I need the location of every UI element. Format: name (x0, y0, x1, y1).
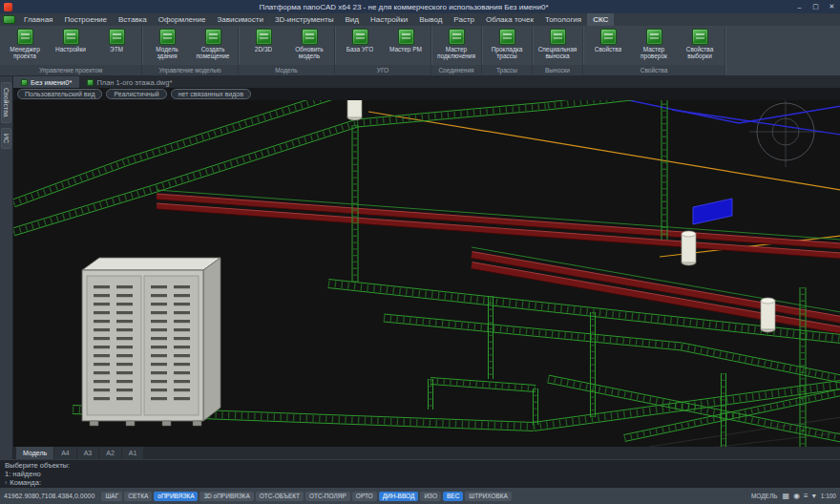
ribbon-tab[interactable]: Настройки (365, 13, 413, 26)
ribbon-button[interactable]: Обновить модель (286, 28, 332, 61)
ribbon-button[interactable]: Модель здания (144, 28, 190, 61)
ribbon-tab[interactable]: 3D-инструменты (269, 13, 340, 26)
notifications-icon[interactable]: ≡ (804, 493, 808, 500)
ribbon-tab[interactable]: Облака точек (480, 13, 539, 26)
view-pill-button[interactable]: нет связанных видов (171, 89, 251, 99)
command-prompt[interactable]: › Команда: (0, 478, 840, 487)
layout-tab[interactable]: А1 (122, 447, 144, 459)
ribbon-button-label: Мастер РМ (389, 46, 422, 52)
ribbon-button[interactable]: Свойства выборки (677, 28, 723, 61)
model-viewport[interactable] (13, 100, 840, 447)
orientation-icon[interactable]: ◉ (793, 493, 800, 500)
status-toggle[interactable]: 3D оПРИВЯЗКА (200, 492, 253, 501)
ribbon-button-label: Менеджер проекта (3, 46, 47, 60)
ribbon-button[interactable]: Мастер подключения (433, 28, 479, 61)
window-title: Платформа nanoCAD x64 23 - не для коммер… (16, 3, 791, 11)
layout-tab[interactable]: А3 (77, 447, 99, 459)
ribbon-tab[interactable]: Растр (448, 13, 480, 26)
ribbon-tab[interactable]: Вставка (113, 13, 153, 26)
ribbon-button-label: Создать помещение (191, 46, 235, 60)
command-prompt-text: Команда: (10, 478, 41, 487)
ribbon-button-label: Прокладка трассы (485, 46, 529, 60)
document-tab-label: План 1-ого этажа.dwg* (96, 78, 172, 87)
ribbon-button[interactable]: Свойства (585, 28, 631, 53)
ribbon-button[interactable]: 2D/3D (241, 28, 286, 53)
ribbon-button[interactable]: Менеджер проекта (2, 28, 48, 61)
view-pill-button[interactable]: Реалистичный (106, 89, 166, 99)
ribbon-group-label: Управление проектом (0, 65, 141, 75)
ribbon-tab[interactable]: Главная (18, 13, 58, 26)
ribbon-tab[interactable]: Построение (58, 13, 113, 26)
space-label[interactable]: МОДЕЛЬ (751, 493, 778, 499)
minimize-button[interactable]: – (791, 0, 808, 13)
ribbon-tab[interactable]: Вид (339, 13, 364, 26)
layout-tab[interactable]: Модель (16, 447, 53, 459)
ribbon-button[interactable]: Создать помещение (190, 28, 236, 61)
ribbon-button[interactable]: ЭТМ (94, 28, 139, 53)
viewport-canvas[interactable] (13, 100, 840, 447)
ribbon-button[interactable]: Специальная выноска (535, 28, 580, 61)
ribbon-group-label: Модель (239, 65, 334, 75)
status-toggle[interactable]: СЕТКА (124, 492, 152, 501)
ribbon-button-label: Мастер подключения (434, 46, 478, 60)
ribbon-button[interactable]: Прокладка трассы (484, 28, 530, 61)
ribbon-tab[interactable]: Зависимости (211, 13, 269, 26)
ribbon-button-label: Настройки (55, 46, 86, 52)
panel-tab-properties[interactable]: Свойства (1, 82, 11, 123)
ribbon-button-label: Мастер проверок (632, 46, 676, 60)
ribbon-button-label: Обновить модель (287, 46, 331, 60)
status-toggle[interactable]: ОТС-ПОЛЯР (305, 492, 350, 501)
status-toggle[interactable]: ШТРИХОВКА (465, 492, 512, 501)
document-tab-bar: Без имени0*План 1-ого этажа.dwg* (13, 76, 840, 88)
ribbon-button-icon (692, 29, 708, 45)
status-toggle[interactable]: ШАГ (101, 492, 122, 501)
annotation-scale[interactable]: 1:100 (821, 493, 836, 499)
layout-tab[interactable]: А4 (54, 447, 76, 459)
ribbon-button-icon (63, 29, 79, 45)
ribbon-button-icon (646, 29, 662, 45)
app-menu-icon[interactable] (3, 15, 15, 24)
ribbon-button-icon (256, 29, 272, 45)
ribbon-button[interactable]: Мастер проверок (631, 28, 677, 61)
ribbon-group: Менеджер проектаНастройкиЭТМУправление п… (0, 26, 142, 75)
status-toggle[interactable]: ДИН-ВВОД (379, 492, 419, 501)
status-bar: 41962.9080,7108.4384,0.0000 ШАГСЕТКАоПРИ… (0, 488, 840, 504)
ribbon-button-icon (600, 29, 617, 45)
view-control-bar: Пользовательский видРеалистичныйнет связ… (13, 88, 840, 100)
prompt-icon: › (5, 479, 7, 486)
ribbon-tab[interactable]: Оформление (153, 13, 212, 26)
ribbon-group-label: Выноски (533, 65, 582, 75)
status-toggle[interactable]: ОТС-ОБЪЕКТ (256, 492, 304, 501)
status-toggle[interactable]: ВЕС (443, 492, 463, 501)
ribbon-group: Специальная выноскаВыноски (533, 26, 583, 75)
dwg-file-icon (21, 79, 28, 86)
document-tab[interactable]: План 1-ого этажа.dwg* (79, 76, 179, 88)
menu-tabs: ГлавнаяПостроениеВставкаОформлениеЗависи… (18, 13, 614, 26)
ribbon-button[interactable]: Мастер РМ (383, 28, 429, 53)
ribbon-tab[interactable]: Топология (539, 13, 587, 26)
ribbon-button[interactable]: Настройки (48, 28, 94, 53)
status-toggle[interactable]: оПРИВЯЗКА (154, 492, 198, 501)
maximize-button[interactable]: ▢ (808, 0, 824, 13)
ribbon-button-icon (499, 29, 515, 45)
status-toggle[interactable]: ИЗО (420, 492, 441, 501)
document-tab[interactable]: Без имени0* (13, 76, 79, 88)
ribbon-tab[interactable]: СКС (587, 13, 614, 26)
ribbon-button-icon (398, 29, 414, 45)
ribbon-group: СвойстваМастер проверокСвойства выборкиС… (583, 26, 725, 75)
panel-tab-is[interactable]: ИС (1, 128, 11, 149)
close-button[interactable]: ✕ (824, 0, 840, 13)
dropdown-icon[interactable]: ▾ (812, 493, 816, 500)
workspace-icon[interactable]: ▦ (782, 493, 789, 500)
layout-tab[interactable]: А2 (99, 447, 121, 459)
ribbon-button-icon (109, 29, 125, 45)
title-bar: Платформа nanoCAD x64 23 - не для коммер… (0, 0, 840, 13)
ribbon-button[interactable]: База УГО (337, 28, 383, 53)
ribbon-group-label: УГО (335, 65, 430, 75)
ribbon-group: Мастер подключенияСоединения (431, 26, 482, 75)
command-history-line: 1: найдено (0, 470, 840, 478)
ribbon-button-icon (302, 29, 318, 45)
ribbon-tab[interactable]: Вывод (413, 13, 448, 26)
status-toggle[interactable]: ОРТО (352, 492, 377, 501)
view-pill-button[interactable]: Пользовательский вид (17, 89, 102, 99)
